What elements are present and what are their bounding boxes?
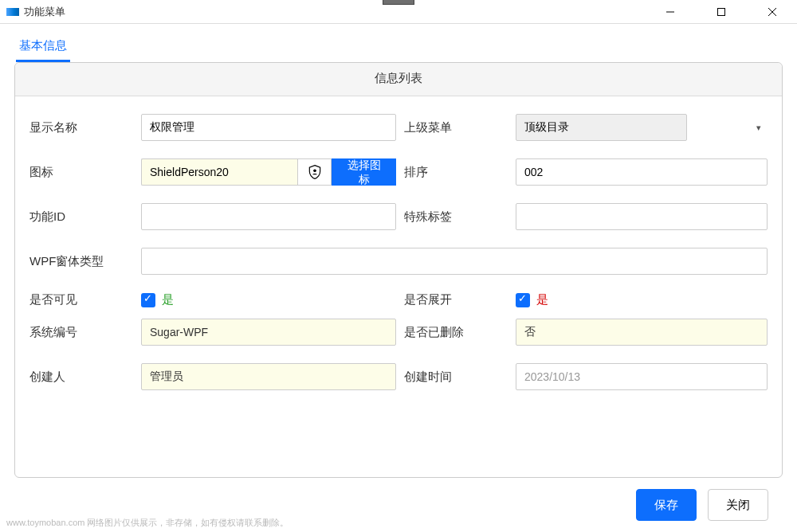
label-icon: 图标	[29, 165, 133, 180]
info-panel: 信息列表 显示名称 上级菜单 ▾ 图标	[14, 62, 783, 478]
created-at-field[interactable]	[516, 363, 768, 390]
label-expanded: 是否展开	[404, 292, 508, 307]
tab-basic-info[interactable]: 基本信息	[16, 33, 70, 62]
shield-person-icon	[307, 164, 323, 180]
icon-picker-cell: 选择图标	[141, 158, 396, 186]
visible-checkbox-label: 是	[162, 292, 174, 307]
label-deleted: 是否已删除	[404, 325, 508, 340]
row-syscode-deleted: 系统编号 是否已删除	[29, 319, 768, 346]
chevron-down-icon: ▾	[756, 123, 761, 133]
wpf-type-input[interactable]	[141, 248, 768, 275]
icon-preview	[297, 158, 332, 186]
window-controls	[652, 0, 791, 24]
row-visible-expanded: 是否可见 是 是否展开 是	[29, 292, 768, 307]
label-system-code: 系统编号	[29, 325, 133, 340]
close-dialog-button[interactable]: 关闭	[708, 489, 768, 521]
choose-icon-button[interactable]: 选择图标	[332, 158, 396, 186]
label-special-tag: 特殊标签	[404, 209, 508, 225]
row-creator-time: 创建人 创建时间	[29, 363, 768, 390]
watermark: www.toymoban.com 网络图片仅供展示，非存储，如有侵权请联系删除。	[6, 517, 289, 529]
function-id-input[interactable]	[141, 203, 396, 230]
svg-rect-1	[718, 8, 725, 15]
expanded-checkbox-label: 是	[536, 292, 548, 307]
icon-name-input[interactable]	[141, 158, 297, 186]
close-button[interactable]	[754, 0, 791, 24]
panel-container: 信息列表 显示名称 上级菜单 ▾ 图标	[0, 62, 797, 532]
row-fnid-tag: 功能ID 特殊标签	[29, 203, 768, 230]
label-sort: 排序	[404, 165, 508, 180]
app-icon	[6, 8, 19, 16]
expanded-checkbox[interactable]	[516, 293, 530, 307]
visible-checkbox-cell: 是	[141, 292, 396, 307]
label-function-id: 功能ID	[29, 209, 133, 225]
panel-header: 信息列表	[15, 63, 782, 96]
visible-checkbox[interactable]	[141, 293, 155, 307]
expanded-checkbox-cell: 是	[516, 292, 768, 307]
label-wpf-type: WPF窗体类型	[29, 254, 133, 269]
row-icon-sort: 图标 选择图标 排序	[29, 158, 768, 186]
row-wpf-type: WPF窗体类型	[29, 248, 768, 275]
maximize-button[interactable]	[703, 0, 740, 24]
label-display-name: 显示名称	[29, 120, 133, 135]
form: 显示名称 上级菜单 ▾ 图标	[15, 96, 782, 390]
window-drag-handle[interactable]	[383, 0, 414, 5]
save-button[interactable]: 保存	[636, 489, 697, 521]
special-tag-input[interactable]	[516, 203, 768, 230]
row-display-parent: 显示名称 上级菜单 ▾	[29, 114, 768, 141]
svg-point-4	[313, 170, 316, 173]
tabstrip: 基本信息	[0, 24, 797, 62]
deleted-field	[516, 319, 768, 346]
creator-field	[141, 363, 396, 390]
sort-input[interactable]	[516, 158, 768, 186]
window-title: 功能菜单	[24, 5, 65, 19]
display-name-input[interactable]	[141, 114, 396, 141]
parent-menu-select-wrap: ▾	[516, 114, 768, 141]
label-creator: 创建人	[29, 370, 133, 385]
label-visible: 是否可见	[29, 292, 133, 307]
label-created-at: 创建时间	[404, 370, 508, 385]
label-parent-menu: 上级菜单	[404, 120, 508, 135]
minimize-button[interactable]	[652, 0, 689, 24]
parent-menu-select[interactable]	[516, 114, 687, 141]
system-code-field	[141, 319, 396, 346]
